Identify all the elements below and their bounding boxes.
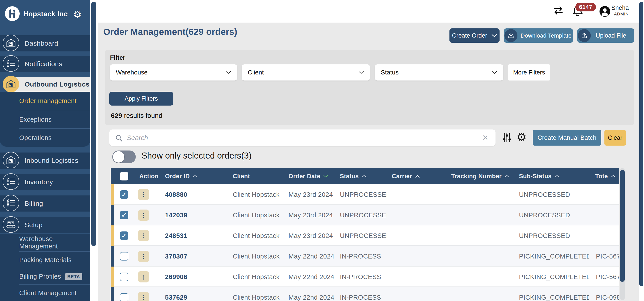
sidebar-item-billing[interactable]: Billing bbox=[0, 196, 90, 212]
sidebar-subitem-operations[interactable]: Operations bbox=[0, 128, 90, 147]
row-actions-button[interactable] bbox=[138, 271, 149, 282]
order-id-link[interactable]: 269906 bbox=[165, 273, 188, 280]
upload-icon bbox=[578, 29, 591, 42]
swap-arrows-icon[interactable] bbox=[553, 6, 564, 15]
filter-panel: Filter Warehouse Client Status More Filt… bbox=[105, 50, 634, 125]
status-cell: UNPROCESSED bbox=[335, 232, 387, 240]
column-header-order-id[interactable]: Order ID bbox=[160, 173, 228, 180]
table-row[interactable]: 537629 Client Hopstack May 22nd 2024 IN-… bbox=[111, 287, 619, 301]
column-filters-icon[interactable] bbox=[502, 132, 512, 143]
row-checkbox[interactable] bbox=[120, 232, 128, 240]
column-header-client[interactable]: Client bbox=[228, 173, 284, 180]
table-row[interactable]: 269906 Client Hopstack May 22nd 2024 IN-… bbox=[111, 266, 619, 287]
table-row[interactable]: 142039 Client Hopstack May 23rd 2024 UNP… bbox=[111, 205, 619, 226]
column-header-tote[interactable]: Tote bbox=[589, 173, 619, 180]
column-header-tracking-number[interactable]: Tracking Number bbox=[446, 173, 514, 180]
row-actions-button[interactable] bbox=[138, 230, 149, 241]
status-cell: UNPROCESSED bbox=[335, 191, 387, 198]
sidebar-item-notifications[interactable]: Notifications bbox=[0, 56, 90, 72]
table-row[interactable]: 408880 Client Hopstack May 23rd 2024 UNP… bbox=[111, 184, 619, 205]
row-stripe bbox=[111, 226, 114, 246]
clear-button[interactable]: Clear bbox=[604, 130, 626, 146]
page-scrollbar-thumb[interactable] bbox=[639, 2, 643, 286]
sidebar-subitem-packing-materials[interactable]: Packing Materials bbox=[0, 251, 90, 268]
sidebar-item-label: Inventory bbox=[24, 178, 53, 186]
sidebar-item-inventory[interactable]: Inventory bbox=[0, 174, 90, 190]
checklist-icon bbox=[3, 195, 19, 211]
client-cell: Client Hopstack bbox=[228, 232, 284, 240]
upload-file-button[interactable]: Upload File bbox=[577, 28, 634, 43]
sort-up-icon bbox=[415, 175, 420, 178]
setup-submenu: Warehouse Management Packing Materials B… bbox=[0, 234, 90, 301]
page-title: Order Management(629 orders) bbox=[103, 27, 237, 37]
table-scrollbar[interactable] bbox=[620, 168, 625, 300]
sub-status-cell: PICKING_COMPLETED bbox=[514, 253, 589, 260]
more-filters-button[interactable]: More Filters bbox=[508, 64, 550, 80]
select-all-checkbox[interactable] bbox=[120, 172, 128, 180]
warehouse-filter-dropdown[interactable]: Warehouse bbox=[110, 64, 237, 80]
order-id-link[interactable]: 378307 bbox=[165, 253, 188, 260]
create-order-button[interactable]: Create Order bbox=[450, 28, 500, 43]
apply-filters-button[interactable]: Apply Filters bbox=[109, 92, 173, 106]
sub-status-cell: UNPROCESSED bbox=[514, 191, 589, 198]
status-cell: IN-PROCESS bbox=[335, 273, 387, 281]
column-header-status[interactable]: Status bbox=[335, 173, 387, 180]
page-scrollbar[interactable] bbox=[639, 0, 644, 301]
sidebar-item-label: Billing bbox=[24, 200, 43, 207]
sort-down-icon bbox=[323, 175, 328, 178]
sidebar-subitem-exceptions[interactable]: Exceptions bbox=[0, 110, 90, 128]
notification-count-badge[interactable]: 6147 bbox=[575, 3, 596, 12]
avatar[interactable] bbox=[599, 6, 610, 17]
sidebar-settings-gear-icon[interactable] bbox=[73, 9, 82, 20]
chevron-down-icon bbox=[492, 71, 497, 74]
order-id-link[interactable]: 408880 bbox=[165, 191, 188, 198]
sidebar: Hopstack Inc Dashboard Notifications Out… bbox=[0, 0, 90, 301]
row-actions-button[interactable] bbox=[138, 292, 149, 301]
row-checkbox[interactable] bbox=[120, 293, 128, 301]
sidebar-item-dashboard[interactable]: Dashboard bbox=[0, 35, 90, 52]
order-management-page: Order Management(629 orders) Create Orde… bbox=[98, 24, 644, 301]
table-settings-gear-icon[interactable] bbox=[516, 130, 527, 144]
row-actions-button[interactable] bbox=[138, 210, 149, 221]
row-actions-button[interactable] bbox=[138, 189, 149, 200]
sidebar-subitem-client-management[interactable]: Client Management bbox=[0, 284, 90, 301]
clear-search-icon[interactable] bbox=[480, 132, 490, 143]
client-filter-dropdown[interactable]: Client bbox=[242, 64, 370, 80]
row-checkbox[interactable] bbox=[120, 272, 128, 281]
row-checkbox[interactable] bbox=[120, 252, 128, 260]
column-header-order-date[interactable]: Order Date bbox=[284, 173, 335, 180]
search-box bbox=[109, 130, 496, 146]
sidebar-item-label: Setup bbox=[24, 221, 42, 229]
sidebar-subitem-warehouse-management[interactable]: Warehouse Management bbox=[0, 234, 90, 251]
table-row[interactable]: 248531 Client Hopstack May 23rd 2024 UNP… bbox=[111, 226, 619, 246]
sidebar-item-outbound-logistics[interactable]: Outbound Logistics bbox=[0, 77, 90, 92]
table-row[interactable]: 378307 Client Hopstack May 22nd 2024 IN-… bbox=[111, 246, 619, 266]
order-id-link[interactable]: 142039 bbox=[165, 212, 188, 219]
sidebar-scrollbar-thumb[interactable] bbox=[91, 2, 96, 246]
row-actions-button[interactable] bbox=[138, 251, 149, 262]
sidebar-scrollbar[interactable] bbox=[90, 0, 98, 301]
sidebar-subitem-order-management[interactable]: Order management bbox=[0, 92, 90, 110]
status-filter-dropdown[interactable]: Status bbox=[375, 64, 503, 80]
show-selected-toggle[interactable] bbox=[112, 150, 136, 163]
download-template-button[interactable]: Download Template bbox=[504, 28, 573, 43]
sidebar-item-setup[interactable]: Setup bbox=[0, 217, 90, 233]
beta-badge: BETA bbox=[65, 273, 82, 280]
row-checkbox[interactable] bbox=[120, 190, 128, 199]
create-manual-batch-button[interactable]: Create Manual Batch bbox=[533, 130, 601, 146]
status-cell: UNPROCESSED bbox=[335, 212, 387, 219]
search-input[interactable] bbox=[127, 131, 476, 145]
column-header-carrier[interactable]: Carrier bbox=[387, 173, 446, 180]
order-id-link[interactable]: 248531 bbox=[165, 232, 188, 239]
client-cell: Client Hopstack bbox=[228, 253, 284, 260]
column-header-sub-status[interactable]: Sub-Status bbox=[514, 173, 589, 180]
sidebar-item-inbound-logistics[interactable]: Inbound Logistics bbox=[0, 152, 90, 168]
download-icon bbox=[504, 29, 518, 42]
order-date-cell: May 22nd 2024 bbox=[284, 253, 335, 260]
table-scrollbar-thumb[interactable] bbox=[620, 170, 625, 282]
sidebar-subitem-billing-profiles[interactable]: Billing ProfilesBETA bbox=[0, 268, 90, 284]
toggle-knob bbox=[113, 151, 124, 162]
show-selected-toggle-label: Show only selected orders(3) bbox=[142, 151, 252, 160]
order-id-link[interactable]: 537629 bbox=[165, 294, 188, 301]
row-checkbox[interactable] bbox=[120, 211, 128, 220]
